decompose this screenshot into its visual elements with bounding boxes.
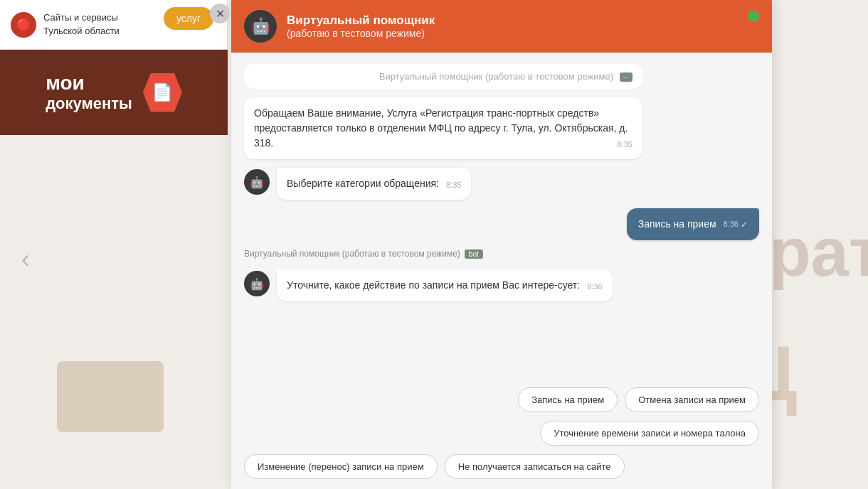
chat-header: 🤖 Виртуальный помощник (работаю в тестов… bbox=[231, 0, 772, 53]
chat-messages-area: Виртуальный помощник (работаю в тестовом… bbox=[231, 53, 772, 383]
choice-btn-reschedule[interactable]: Изменение (перенос) записи на прием bbox=[244, 454, 438, 479]
online-indicator bbox=[748, 11, 759, 22]
chat-header-info: Виртуальный помощник (работаю в тестовом… bbox=[287, 14, 435, 39]
choice-btn-clarify-time[interactable]: Уточнение времени записи и номера талона bbox=[540, 421, 759, 446]
choice-btn-appointment[interactable]: Запись на прием bbox=[518, 387, 618, 412]
check-icon: ✓ bbox=[741, 218, 748, 231]
services-button[interactable]: услуг bbox=[164, 7, 213, 30]
bg-folder-decoration bbox=[57, 361, 164, 432]
user-message-time: 8:36 ✓ bbox=[724, 218, 748, 231]
chat-bot-avatar: 🤖 bbox=[244, 10, 277, 43]
chat-subtitle: (работаю в тестовом режиме) bbox=[287, 28, 435, 39]
bot-small-icon-2: 🤖 bbox=[250, 277, 264, 291]
logo-docs: документы bbox=[46, 95, 132, 113]
choice-btn-cant-register[interactable]: Не получается записаться на сайте bbox=[445, 454, 625, 479]
nav-text: Сайты и сервисы Тульской области bbox=[43, 11, 120, 37]
user-message-row: Запись на прием 8:36 ✓ bbox=[244, 208, 759, 240]
region-icon: 🔴 bbox=[11, 12, 36, 38]
clarify-message-row: 🤖 Уточните, какое действие по записи на … bbox=[244, 269, 759, 301]
cut-top-message: Виртуальный помощник (работаю в тестовом… bbox=[244, 64, 642, 89]
attention-message-bubble: Обращаем Ваше внимание, Услуга «Регистра… bbox=[244, 97, 642, 159]
user-message-bubble: Запись на прием 8:36 ✓ bbox=[627, 208, 759, 240]
choice-buttons-middle: Уточнение времени записи и номера талона bbox=[231, 417, 772, 450]
bot-avatar-small: 🤖 bbox=[244, 169, 270, 195]
choice-buttons-top: Запись на прием Отмена записи на прием bbox=[231, 383, 772, 417]
category-message-bubble: Выберите категории обращения: 8:35 bbox=[277, 168, 471, 200]
clarify-message-bubble: Уточните, какое действие по записи на пр… bbox=[277, 269, 613, 301]
logo-icon: 📄 bbox=[143, 73, 182, 112]
sender-label: Виртуальный помощник (работаю в тестовом… bbox=[244, 249, 759, 259]
cut-bot-badge: ··· bbox=[620, 72, 633, 82]
bot-face-icon: 🤖 bbox=[251, 17, 270, 36]
bot-small-icon: 🤖 bbox=[250, 176, 264, 189]
logo-area: мои документы 📄 bbox=[0, 50, 228, 135]
category-message-row: 🤖 Выберите категории обращения: 8:35 bbox=[244, 168, 759, 200]
chat-title: Виртуальный помощник bbox=[287, 14, 435, 28]
bot-badge: bot bbox=[465, 249, 483, 259]
logo-moi: мои bbox=[46, 72, 132, 95]
choice-buttons-bottom: Изменение (перенос) записи на прием Не п… bbox=[231, 450, 772, 489]
left-arrow-icon[interactable]: ‹ bbox=[21, 244, 30, 274]
chat-window: 🤖 Виртуальный помощник (работаю в тестов… bbox=[231, 0, 772, 489]
bot-avatar-small-2: 🤖 bbox=[244, 271, 270, 296]
attention-message-row: Обращаем Ваше внимание, Услуга «Регистра… bbox=[244, 97, 759, 159]
choice-btn-cancel[interactable]: Отмена записи на прием bbox=[625, 387, 759, 412]
close-button[interactable]: ✕ bbox=[210, 4, 230, 23]
